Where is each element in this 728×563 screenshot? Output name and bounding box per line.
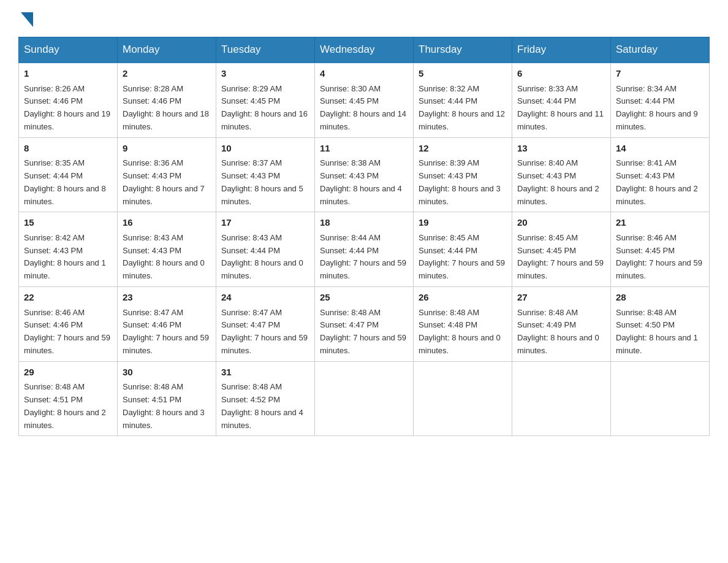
- day-number: 13: [517, 142, 605, 156]
- day-number: 19: [419, 216, 507, 230]
- day-info: Sunrise: 8:36 AMSunset: 4:43 PMDaylight:…: [123, 157, 211, 208]
- calendar-week-row: 15Sunrise: 8:42 AMSunset: 4:43 PMDayligh…: [19, 212, 710, 287]
- day-number: 5: [419, 67, 507, 81]
- day-info: Sunrise: 8:35 AMSunset: 4:44 PMDaylight:…: [24, 157, 112, 208]
- day-number: 24: [221, 291, 309, 305]
- day-number: 12: [419, 142, 507, 156]
- day-number: 28: [616, 291, 704, 305]
- day-number: 6: [517, 67, 605, 81]
- logo: [18, 12, 33, 25]
- day-number: 7: [616, 67, 704, 81]
- calendar-cell: 20Sunrise: 8:45 AMSunset: 4:45 PMDayligh…: [512, 212, 611, 287]
- day-info: Sunrise: 8:46 AMSunset: 4:45 PMDaylight:…: [616, 232, 704, 283]
- day-info: Sunrise: 8:45 AMSunset: 4:44 PMDaylight:…: [419, 232, 507, 283]
- day-info: Sunrise: 8:30 AMSunset: 4:45 PMDaylight:…: [320, 83, 408, 134]
- day-info: Sunrise: 8:48 AMSunset: 4:51 PMDaylight:…: [123, 381, 211, 432]
- calendar-cell: [512, 361, 611, 436]
- calendar-week-row: 8Sunrise: 8:35 AMSunset: 4:44 PMDaylight…: [19, 137, 710, 212]
- day-info: Sunrise: 8:41 AMSunset: 4:43 PMDaylight:…: [616, 157, 704, 208]
- day-number: 25: [320, 291, 408, 305]
- calendar-cell: 25Sunrise: 8:48 AMSunset: 4:47 PMDayligh…: [315, 287, 414, 362]
- day-info: Sunrise: 8:29 AMSunset: 4:45 PMDaylight:…: [221, 83, 309, 134]
- col-header-sunday: Sunday: [19, 37, 118, 63]
- calendar-table: SundayMondayTuesdayWednesdayThursdayFrid…: [18, 37, 710, 436]
- calendar-cell: [414, 361, 512, 436]
- day-info: Sunrise: 8:37 AMSunset: 4:43 PMDaylight:…: [221, 157, 309, 208]
- col-header-monday: Monday: [118, 37, 216, 63]
- day-number: 23: [123, 291, 211, 305]
- calendar-cell: 9Sunrise: 8:36 AMSunset: 4:43 PMDaylight…: [118, 137, 216, 212]
- day-number: 9: [123, 142, 211, 156]
- day-info: Sunrise: 8:48 AMSunset: 4:49 PMDaylight:…: [517, 307, 605, 358]
- calendar-week-row: 1Sunrise: 8:26 AMSunset: 4:46 PMDaylight…: [19, 63, 710, 137]
- calendar-cell: 15Sunrise: 8:42 AMSunset: 4:43 PMDayligh…: [19, 212, 118, 287]
- day-number: 29: [24, 366, 112, 380]
- day-info: Sunrise: 8:33 AMSunset: 4:44 PMDaylight:…: [517, 83, 605, 134]
- calendar-header-row: SundayMondayTuesdayWednesdayThursdayFrid…: [19, 37, 710, 63]
- calendar-cell: 10Sunrise: 8:37 AMSunset: 4:43 PMDayligh…: [216, 137, 315, 212]
- day-number: 18: [320, 216, 408, 230]
- day-number: 27: [517, 291, 605, 305]
- calendar-cell: 14Sunrise: 8:41 AMSunset: 4:43 PMDayligh…: [611, 137, 710, 212]
- day-info: Sunrise: 8:48 AMSunset: 4:51 PMDaylight:…: [24, 381, 112, 432]
- day-number: 31: [221, 366, 309, 380]
- calendar-cell: 7Sunrise: 8:34 AMSunset: 4:44 PMDaylight…: [611, 63, 710, 137]
- day-number: 10: [221, 142, 309, 156]
- day-info: Sunrise: 8:40 AMSunset: 4:43 PMDaylight:…: [517, 157, 605, 208]
- day-info: Sunrise: 8:45 AMSunset: 4:45 PMDaylight:…: [517, 232, 605, 283]
- calendar-cell: 16Sunrise: 8:43 AMSunset: 4:43 PMDayligh…: [118, 212, 216, 287]
- calendar-cell: 1Sunrise: 8:26 AMSunset: 4:46 PMDaylight…: [19, 63, 118, 137]
- calendar-cell: 12Sunrise: 8:39 AMSunset: 4:43 PMDayligh…: [414, 137, 512, 212]
- col-header-wednesday: Wednesday: [315, 37, 414, 63]
- day-info: Sunrise: 8:38 AMSunset: 4:43 PMDaylight:…: [320, 157, 408, 208]
- day-info: Sunrise: 8:48 AMSunset: 4:48 PMDaylight:…: [419, 307, 507, 358]
- day-info: Sunrise: 8:44 AMSunset: 4:44 PMDaylight:…: [320, 232, 408, 283]
- day-number: 22: [24, 291, 112, 305]
- day-number: 2: [123, 67, 211, 81]
- calendar-week-row: 29Sunrise: 8:48 AMSunset: 4:51 PMDayligh…: [19, 361, 710, 436]
- day-info: Sunrise: 8:46 AMSunset: 4:46 PMDaylight:…: [24, 307, 112, 358]
- day-number: 30: [123, 366, 211, 380]
- calendar-cell: 18Sunrise: 8:44 AMSunset: 4:44 PMDayligh…: [315, 212, 414, 287]
- day-info: Sunrise: 8:43 AMSunset: 4:43 PMDaylight:…: [123, 232, 211, 283]
- day-info: Sunrise: 8:48 AMSunset: 4:50 PMDaylight:…: [616, 307, 704, 358]
- day-info: Sunrise: 8:39 AMSunset: 4:43 PMDaylight:…: [419, 157, 507, 208]
- calendar-cell: [315, 361, 414, 436]
- col-header-friday: Friday: [512, 37, 611, 63]
- day-info: Sunrise: 8:42 AMSunset: 4:43 PMDaylight:…: [24, 232, 112, 283]
- day-number: 1: [24, 67, 112, 81]
- day-number: 16: [123, 216, 211, 230]
- calendar-cell: 27Sunrise: 8:48 AMSunset: 4:49 PMDayligh…: [512, 287, 611, 362]
- day-number: 8: [24, 142, 112, 156]
- calendar-cell: 13Sunrise: 8:40 AMSunset: 4:43 PMDayligh…: [512, 137, 611, 212]
- day-number: 11: [320, 142, 408, 156]
- calendar-cell: 26Sunrise: 8:48 AMSunset: 4:48 PMDayligh…: [414, 287, 512, 362]
- day-number: 3: [221, 67, 309, 81]
- day-info: Sunrise: 8:48 AMSunset: 4:47 PMDaylight:…: [320, 307, 408, 358]
- calendar-cell: 2Sunrise: 8:28 AMSunset: 4:46 PMDaylight…: [118, 63, 216, 137]
- col-header-tuesday: Tuesday: [216, 37, 315, 63]
- calendar-cell: 23Sunrise: 8:47 AMSunset: 4:46 PMDayligh…: [118, 287, 216, 362]
- calendar-cell: 4Sunrise: 8:30 AMSunset: 4:45 PMDaylight…: [315, 63, 414, 137]
- day-number: 4: [320, 67, 408, 81]
- calendar-cell: 11Sunrise: 8:38 AMSunset: 4:43 PMDayligh…: [315, 137, 414, 212]
- calendar-cell: 6Sunrise: 8:33 AMSunset: 4:44 PMDaylight…: [512, 63, 611, 137]
- calendar-cell: 19Sunrise: 8:45 AMSunset: 4:44 PMDayligh…: [414, 212, 512, 287]
- calendar-cell: 30Sunrise: 8:48 AMSunset: 4:51 PMDayligh…: [118, 361, 216, 436]
- calendar-cell: 8Sunrise: 8:35 AMSunset: 4:44 PMDaylight…: [19, 137, 118, 212]
- day-info: Sunrise: 8:34 AMSunset: 4:44 PMDaylight:…: [616, 83, 704, 134]
- day-info: Sunrise: 8:28 AMSunset: 4:46 PMDaylight:…: [123, 83, 211, 134]
- calendar-cell: 28Sunrise: 8:48 AMSunset: 4:50 PMDayligh…: [611, 287, 710, 362]
- calendar-cell: [611, 361, 710, 436]
- calendar-week-row: 22Sunrise: 8:46 AMSunset: 4:46 PMDayligh…: [19, 287, 710, 362]
- day-info: Sunrise: 8:47 AMSunset: 4:46 PMDaylight:…: [123, 307, 211, 358]
- day-info: Sunrise: 8:43 AMSunset: 4:44 PMDaylight:…: [221, 232, 309, 283]
- calendar-cell: 3Sunrise: 8:29 AMSunset: 4:45 PMDaylight…: [216, 63, 315, 137]
- day-number: 15: [24, 216, 112, 230]
- calendar-cell: 29Sunrise: 8:48 AMSunset: 4:51 PMDayligh…: [19, 361, 118, 436]
- calendar-cell: 5Sunrise: 8:32 AMSunset: 4:44 PMDaylight…: [414, 63, 512, 137]
- day-number: 17: [221, 216, 309, 230]
- calendar-cell: 24Sunrise: 8:47 AMSunset: 4:47 PMDayligh…: [216, 287, 315, 362]
- col-header-thursday: Thursday: [414, 37, 512, 63]
- day-info: Sunrise: 8:26 AMSunset: 4:46 PMDaylight:…: [24, 83, 112, 134]
